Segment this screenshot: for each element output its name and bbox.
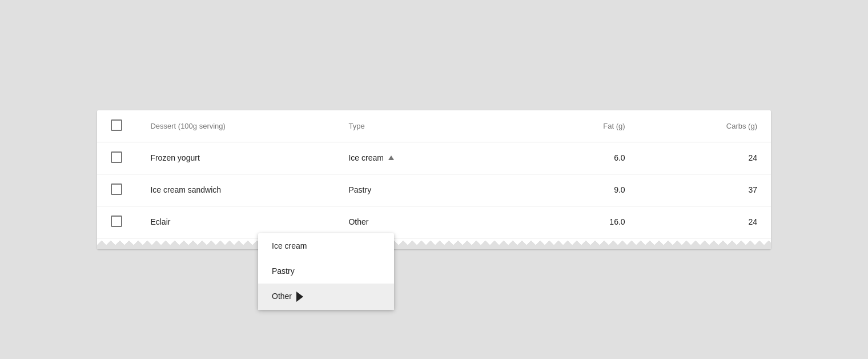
header-carbs-label: Carbs (g) bbox=[726, 122, 757, 130]
header-dessert: Dessert (100g serving) bbox=[136, 110, 335, 142]
header-checkbox-cell bbox=[97, 110, 136, 142]
type-dropdown-trigger[interactable]: Ice cream bbox=[348, 153, 493, 162]
type-value: Ice cream bbox=[348, 153, 383, 162]
fat-value: 16.0 bbox=[609, 217, 625, 226]
type-dropdown-trigger[interactable]: Other bbox=[348, 217, 493, 226]
carbs-cell: 37 bbox=[639, 174, 771, 206]
carbs-value: 24 bbox=[748, 153, 757, 162]
data-table: Dessert (100g serving) Type Fat (g) Carb… bbox=[97, 110, 771, 249]
fat-cell: 6.0 bbox=[507, 142, 638, 174]
type-cell-container[interactable]: Pastry bbox=[335, 174, 507, 206]
dessert-name: Frozen yogurt bbox=[150, 153, 199, 162]
dropdown-option-other[interactable]: Other bbox=[258, 284, 394, 310]
fat-cell: 9.0 bbox=[507, 174, 638, 206]
row-checkbox-cell bbox=[97, 174, 136, 206]
type-value: Other bbox=[348, 217, 368, 226]
type-dropdown-menu[interactable]: Ice cream Pastry Other bbox=[258, 233, 394, 310]
table-header-row: Dessert (100g serving) Type Fat (g) Carb… bbox=[97, 110, 771, 142]
header-fat: Fat (g) bbox=[507, 110, 638, 142]
row-checkbox[interactable] bbox=[111, 184, 122, 195]
fat-cell: 16.0 bbox=[507, 206, 638, 238]
header-type: Type bbox=[335, 110, 507, 142]
carbs-cell: 24 bbox=[639, 142, 771, 174]
select-all-checkbox[interactable] bbox=[111, 119, 122, 131]
dropdown-option-ice-cream[interactable]: Ice cream bbox=[258, 233, 394, 258]
table-container: Dessert (100g serving) Type Fat (g) Carb… bbox=[97, 110, 771, 249]
table-row: Ice cream sandwich Pastry 9.0 37 bbox=[97, 174, 771, 206]
header-dessert-label: Dessert (100g serving) bbox=[150, 122, 226, 130]
type-value: Pastry bbox=[348, 185, 371, 194]
dessert-name: Eclair bbox=[150, 217, 170, 226]
header-carbs: Carbs (g) bbox=[639, 110, 771, 142]
zigzag-row bbox=[97, 238, 771, 249]
dessert-cell: Ice cream sandwich bbox=[136, 174, 335, 206]
table-row: Eclair Other 16.0 24 bbox=[97, 206, 771, 238]
dessert-name: Ice cream sandwich bbox=[150, 185, 221, 194]
dropdown-arrow-icon bbox=[388, 155, 394, 160]
zigzag-decoration bbox=[97, 238, 771, 249]
dessert-cell: Frozen yogurt bbox=[136, 142, 335, 174]
zigzag-cell bbox=[97, 238, 771, 249]
carbs-value: 24 bbox=[748, 217, 757, 226]
row-checkbox-cell bbox=[97, 206, 136, 238]
dropdown-option-label: Ice cream bbox=[272, 241, 307, 250]
row-checkbox[interactable] bbox=[111, 151, 122, 163]
carbs-value: 37 bbox=[748, 185, 757, 194]
row-checkbox[interactable] bbox=[111, 216, 122, 227]
header-fat-label: Fat (g) bbox=[603, 122, 625, 130]
table-row: Frozen yogurt Ice cream 6.0 24 bbox=[97, 142, 771, 174]
dropdown-option-pastry[interactable]: Pastry bbox=[258, 258, 394, 284]
row-checkbox-cell bbox=[97, 142, 136, 174]
header-type-label: Type bbox=[348, 122, 364, 130]
dropdown-option-label: Other bbox=[272, 292, 292, 301]
fat-value: 9.0 bbox=[614, 185, 625, 194]
type-cell-container[interactable]: Ice cream bbox=[335, 142, 507, 174]
dropdown-option-label: Pastry bbox=[272, 266, 295, 276]
type-dropdown-trigger[interactable]: Pastry bbox=[348, 185, 493, 194]
carbs-cell: 24 bbox=[639, 206, 771, 238]
cursor-icon bbox=[296, 292, 303, 302]
fat-value: 6.0 bbox=[614, 153, 625, 162]
